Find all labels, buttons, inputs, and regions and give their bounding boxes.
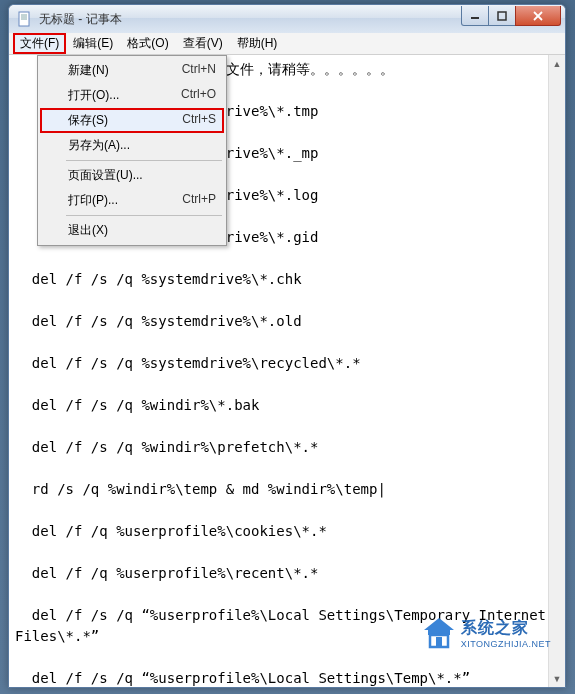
notepad-window: 无标题 - 记事本 文件(F) 编辑(E) 格式(O) 查看(V) 帮助(H) … — [8, 4, 566, 688]
file-dropdown-menu: 新建(N) Ctrl+N 打开(O)... Ctrl+O 保存(S) Ctrl+… — [37, 55, 227, 246]
menu-separator — [66, 215, 222, 216]
menu-item-saveas[interactable]: 另存为(A)... — [40, 133, 224, 158]
menu-item-print[interactable]: 打印(P)... Ctrl+P — [40, 188, 224, 213]
svg-rect-5 — [498, 12, 506, 20]
menu-item-save[interactable]: 保存(S) Ctrl+S — [40, 108, 224, 133]
menubar: 文件(F) 编辑(E) 格式(O) 查看(V) 帮助(H) — [9, 33, 565, 55]
app-icon — [17, 11, 33, 27]
window-title: 无标题 - 记事本 — [39, 11, 462, 28]
scroll-down-arrow-icon[interactable]: ▼ — [549, 670, 565, 687]
menu-edit[interactable]: 编辑(E) — [66, 33, 120, 54]
menu-file[interactable]: 文件(F) — [13, 33, 66, 54]
minimize-button[interactable] — [461, 6, 489, 26]
vertical-scrollbar[interactable]: ▲ ▼ — [548, 55, 565, 687]
menu-help[interactable]: 帮助(H) — [230, 33, 285, 54]
menu-item-open[interactable]: 打开(O)... Ctrl+O — [40, 83, 224, 108]
editor-area: 文件，请稍等。。。。。。 rive%\*.tmp rive%\*._mp riv… — [9, 55, 565, 687]
menu-item-pagesetup[interactable]: 页面设置(U)... — [40, 163, 224, 188]
maximize-button[interactable] — [488, 6, 516, 26]
titlebar[interactable]: 无标题 - 记事本 — [9, 5, 565, 33]
menu-separator — [66, 160, 222, 161]
close-button[interactable] — [515, 6, 561, 26]
menu-item-new[interactable]: 新建(N) Ctrl+N — [40, 58, 224, 83]
window-controls — [462, 6, 565, 26]
menu-format[interactable]: 格式(O) — [120, 33, 175, 54]
menu-view[interactable]: 查看(V) — [176, 33, 230, 54]
menu-item-exit[interactable]: 退出(X) — [40, 218, 224, 243]
scroll-up-arrow-icon[interactable]: ▲ — [549, 55, 565, 72]
